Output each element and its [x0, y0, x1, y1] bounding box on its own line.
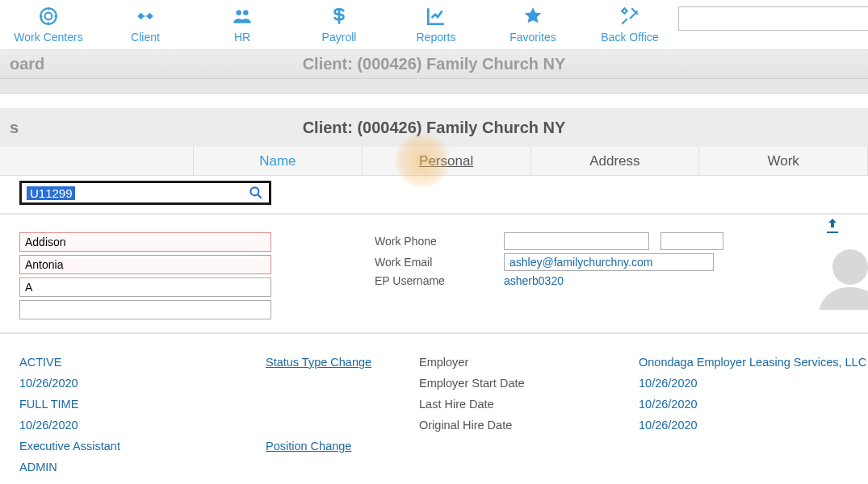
- nav-label: Client: [97, 31, 194, 44]
- svg-point-3: [243, 10, 249, 15]
- position-value: Executive Assistant: [19, 436, 241, 457]
- position-change-link[interactable]: Position Change: [266, 436, 395, 457]
- svg-point-5: [832, 249, 868, 285]
- tabs-row: Name Personal Address Work: [0, 147, 868, 176]
- type-date-value: 10/26/2020: [19, 415, 241, 436]
- emp-left-links: Status Type Change Position Change: [266, 352, 395, 478]
- nav-label: Payroll: [291, 31, 388, 44]
- tools-icon: [581, 5, 678, 27]
- breadcrumb-sub-left: s: [10, 119, 19, 137]
- middle-initial-field[interactable]: [19, 277, 271, 297]
- tab-label: Work: [767, 153, 799, 169]
- ep-username-label: EP Username: [375, 274, 504, 287]
- tab-label: Address: [589, 153, 639, 169]
- first-name-field[interactable]: [19, 232, 271, 252]
- work-phone-field[interactable]: [504, 232, 649, 250]
- tab-address[interactable]: Address: [531, 147, 700, 175]
- id-search-input[interactable]: [27, 186, 75, 200]
- work-email-row: Work Email: [375, 253, 722, 271]
- last-hire-date-value: 10/26/2020: [639, 394, 868, 415]
- employer-label: Employer: [419, 352, 614, 373]
- id-search-row: [0, 176, 868, 215]
- nav-payroll[interactable]: Payroll: [291, 0, 388, 44]
- nav-label: Reports: [388, 31, 484, 44]
- global-search-wrap: [678, 0, 868, 31]
- employer-value: Onondaga Employer Leasing Services, LLC: [639, 352, 868, 373]
- nav-label: HR: [194, 31, 291, 44]
- work-phone-row: Work Phone: [375, 232, 722, 250]
- employment-details: ACTIVE 10/26/2020 FULL TIME 10/26/2020 E…: [0, 334, 868, 484]
- suffix-field[interactable]: [19, 300, 271, 319]
- emp-right-labels: Employer Employer Start Date Last Hire D…: [419, 352, 614, 478]
- employer-start-date-value: 10/26/2020: [639, 373, 868, 394]
- nav-reports[interactable]: Reports: [388, 0, 484, 44]
- link-label: Position Change: [266, 440, 351, 453]
- breadcrumb-sub: s Client: (000426) Family Church NY: [0, 108, 868, 147]
- work-email-label: Work Email: [375, 256, 504, 269]
- upload-icon[interactable]: [823, 216, 842, 236]
- people-icon: [194, 5, 291, 27]
- breadcrumb-sub-center: Client: (000426) Family Church NY: [0, 119, 868, 137]
- emp-right-values: Onondaga Employer Leasing Services, LLC …: [639, 352, 868, 478]
- work-phone-ext-field[interactable]: [660, 232, 723, 250]
- nav-back-office[interactable]: Back Office: [581, 0, 678, 44]
- search-icon[interactable]: [248, 185, 264, 201]
- svg-point-0: [40, 8, 57, 24]
- contact-fields: Work Phone Work Email EP Username asherb…: [375, 232, 722, 323]
- dept-value: ADMIN: [19, 457, 241, 478]
- spacer: [0, 94, 868, 108]
- svg-point-4: [250, 187, 258, 195]
- tab-name[interactable]: Name: [194, 147, 363, 175]
- spacer: [266, 415, 395, 436]
- nav-client[interactable]: Client: [97, 0, 194, 44]
- handshake-icon: [97, 5, 194, 27]
- nav-favorites[interactable]: Favorites: [484, 0, 581, 44]
- chart-icon: [388, 5, 484, 27]
- nav-label: Favorites: [484, 31, 581, 44]
- target-icon: [0, 5, 97, 27]
- star-icon: [484, 5, 581, 27]
- breadcrumb-top-center: Client: (000426) Family Church NY: [0, 55, 868, 73]
- status-type-change-link[interactable]: Status Type Change: [266, 352, 395, 373]
- spacer: [0, 79, 868, 94]
- top-nav: Work Centers Client HR Payroll Reports F…: [0, 0, 868, 50]
- tab-work[interactable]: Work: [699, 147, 868, 175]
- nav-hr[interactable]: HR: [194, 0, 291, 44]
- spacer: [266, 394, 395, 415]
- svg-point-2: [236, 10, 241, 15]
- avatar: [802, 239, 868, 310]
- tab-label: Personal: [419, 153, 473, 169]
- spacer: [266, 373, 395, 394]
- ep-username-row: EP Username asherb0320: [375, 274, 722, 287]
- breadcrumb-top-left: oard: [10, 55, 44, 73]
- id-search: [19, 181, 271, 205]
- dollar-icon: [291, 5, 388, 27]
- tab-label: Name: [259, 153, 296, 169]
- emp-left-values: ACTIVE 10/26/2020 FULL TIME 10/26/2020 E…: [19, 352, 241, 478]
- last-hire-date-label: Last Hire Date: [419, 394, 614, 415]
- nav-label: Back Office: [581, 31, 678, 44]
- nav-label: Work Centers: [0, 31, 97, 44]
- last-name-field[interactable]: [19, 255, 271, 274]
- status-value: ACTIVE: [19, 352, 241, 373]
- link-label: Status Type Change: [266, 356, 371, 369]
- global-search-input[interactable]: [678, 6, 868, 31]
- ep-username-value: asherb0320: [504, 274, 722, 287]
- work-email-field[interactable]: [504, 253, 714, 271]
- original-hire-date-value: 10/26/2020: [639, 415, 868, 436]
- status-date-value: 10/26/2020: [19, 373, 241, 394]
- work-phone-label: Work Phone: [375, 235, 504, 248]
- tab-personal[interactable]: Personal: [363, 147, 531, 175]
- employer-start-date-label: Employer Start Date: [419, 373, 614, 394]
- original-hire-date-label: Original Hire Date: [419, 415, 614, 436]
- svg-point-1: [45, 13, 52, 20]
- tabs-container: Name Personal Address Work: [0, 147, 868, 176]
- form-area: Work Phone Work Email EP Username asherb…: [0, 215, 868, 334]
- nav-work-centers[interactable]: Work Centers: [0, 0, 97, 44]
- name-fields: [19, 232, 278, 323]
- type-value: FULL TIME: [19, 394, 241, 415]
- breadcrumb-top: oard Client: (000426) Family Church NY: [0, 50, 868, 79]
- tabs-lead-spacer: [0, 147, 194, 175]
